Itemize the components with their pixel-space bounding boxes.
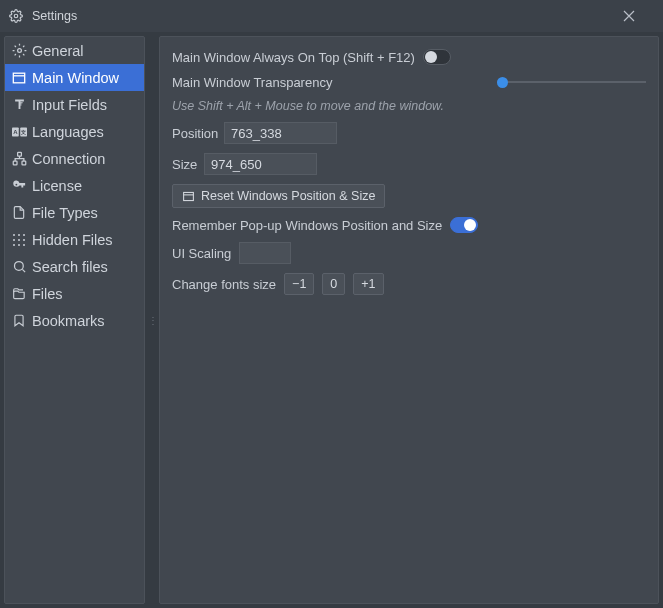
sidebar-item-connection[interactable]: Connection	[5, 145, 144, 172]
sidebar-item-license[interactable]: License	[5, 172, 144, 199]
svg-rect-10	[22, 161, 26, 165]
position-label: Position	[172, 126, 216, 141]
titlebar: Settings	[0, 0, 663, 32]
sidebar-item-label: License	[32, 178, 82, 194]
svg-rect-8	[17, 152, 21, 156]
settings-icon	[8, 8, 24, 24]
sidebar-item-search-files[interactable]: Search files	[5, 253, 144, 280]
svg-point-17	[13, 244, 15, 246]
reset-icon	[182, 190, 195, 203]
sidebar-item-files[interactable]: Files	[5, 280, 144, 307]
file-icon	[11, 205, 27, 221]
svg-point-11	[13, 234, 15, 236]
reset-button[interactable]: Reset Windows Position & Size	[172, 184, 385, 208]
sidebar-item-label: Hidden Files	[32, 232, 113, 248]
svg-point-14	[13, 239, 15, 241]
sidebar-item-label: Main Window	[32, 70, 119, 86]
transparency-slider[interactable]	[497, 74, 646, 90]
sidebar-item-label: Files	[32, 286, 63, 302]
svg-line-21	[22, 269, 25, 272]
sidebar-item-input-fields[interactable]: Input Fields	[5, 91, 144, 118]
size-input[interactable]	[204, 153, 317, 175]
sidebar-item-label: Input Fields	[32, 97, 107, 113]
text-size-icon	[11, 97, 27, 113]
sidebar-item-hidden-files[interactable]: Hidden Files	[5, 226, 144, 253]
svg-point-18	[18, 244, 20, 246]
font-zero-button[interactable]: 0	[322, 273, 345, 295]
files-icon	[11, 286, 27, 302]
window-title: Settings	[32, 9, 623, 23]
always-on-top-label: Main Window Always On Top (Shift + F12)	[172, 50, 415, 65]
sidebar-item-label: Bookmarks	[32, 313, 105, 329]
sidebar-item-file-types[interactable]: File Types	[5, 199, 144, 226]
sidebar-item-bookmarks[interactable]: Bookmarks	[5, 307, 144, 334]
ui-scaling-input[interactable]	[239, 242, 291, 264]
sidebar-item-main-window[interactable]: Main Window	[5, 64, 144, 91]
svg-point-19	[23, 244, 25, 246]
search-icon	[11, 259, 27, 275]
svg-rect-2	[13, 73, 24, 83]
key-icon	[11, 178, 27, 194]
sidebar-item-languages[interactable]: A文 Languages	[5, 118, 144, 145]
ui-scaling-label: UI Scaling	[172, 246, 231, 261]
svg-text:A: A	[13, 129, 18, 135]
remember-label: Remember Pop-up Windows Position and Siz…	[172, 218, 442, 233]
window-icon	[11, 70, 27, 86]
sidebar-item-label: File Types	[32, 205, 98, 221]
grid-dots-icon	[11, 232, 27, 248]
settings-panel: Main Window Always On Top (Shift + F12) …	[159, 36, 659, 604]
svg-point-20	[14, 262, 23, 271]
network-icon	[11, 151, 27, 167]
language-icon: A文	[11, 124, 27, 140]
sidebar-item-general[interactable]: General	[5, 37, 144, 64]
font-plus-button[interactable]: +1	[353, 273, 383, 295]
svg-rect-22	[184, 192, 194, 200]
remember-toggle[interactable]	[450, 217, 478, 233]
svg-rect-9	[13, 161, 17, 165]
bookmark-icon	[11, 313, 27, 329]
reset-button-label: Reset Windows Position & Size	[201, 189, 375, 203]
sidebar-item-label: Languages	[32, 124, 104, 140]
transparency-label: Main Window Transparency	[172, 75, 332, 90]
always-on-top-toggle[interactable]	[423, 49, 451, 65]
close-button[interactable]	[623, 10, 655, 22]
svg-text:文: 文	[20, 129, 26, 135]
position-input[interactable]	[224, 122, 337, 144]
sidebar-item-label: Connection	[32, 151, 105, 167]
svg-point-0	[14, 14, 18, 18]
font-minus-button[interactable]: −1	[284, 273, 314, 295]
fonts-label: Change fonts size	[172, 277, 276, 292]
svg-point-15	[18, 239, 20, 241]
splitter-handle[interactable]: ⋮	[149, 36, 155, 604]
sidebar: General Main Window Input Fields A文 Lang…	[4, 36, 145, 604]
svg-point-13	[23, 234, 25, 236]
gear-icon	[11, 43, 27, 59]
sidebar-item-label: General	[32, 43, 84, 59]
size-label: Size	[172, 157, 196, 172]
sidebar-item-label: Search files	[32, 259, 108, 275]
move-hint: Use Shift + Alt + Mouse to move and the …	[172, 99, 646, 113]
svg-point-12	[18, 234, 20, 236]
svg-point-1	[17, 49, 21, 53]
svg-point-16	[23, 239, 25, 241]
